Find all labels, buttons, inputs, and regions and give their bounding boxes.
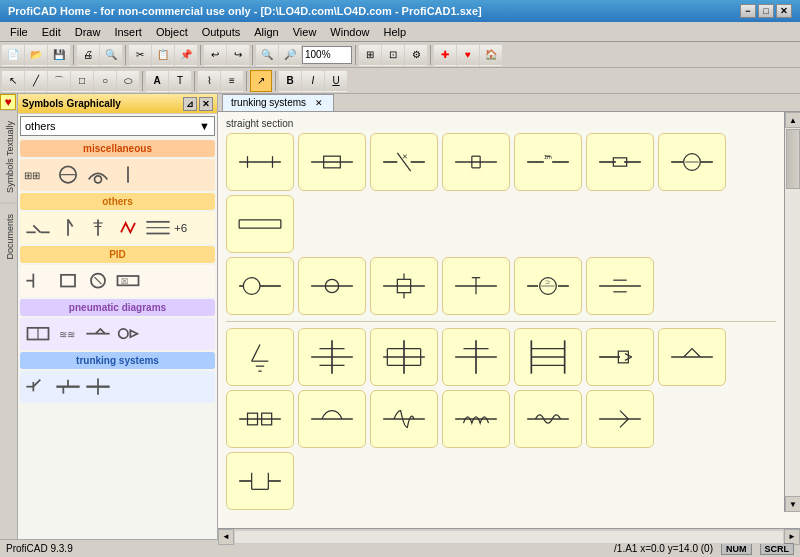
symbol-cell-4-2[interactable]	[298, 390, 366, 448]
scroll-up-button[interactable]: ▲	[785, 112, 800, 128]
symbol-cell-4-6[interactable]	[586, 390, 654, 448]
zoom-in-button[interactable]: 🔍	[256, 44, 278, 66]
pneumatic-symbol-4[interactable]	[114, 322, 142, 346]
symbol-cell-1-4[interactable]	[442, 133, 510, 191]
pid-symbol-1[interactable]	[24, 269, 52, 293]
line-button[interactable]: ╱	[25, 70, 47, 92]
pointer-button[interactable]: ↖	[2, 70, 24, 92]
menu-insert[interactable]: Insert	[108, 24, 148, 40]
circle-button[interactable]: ○	[94, 70, 116, 92]
hscroll-track[interactable]	[234, 530, 784, 544]
redo-button[interactable]: ↪	[227, 44, 249, 66]
menu-object[interactable]: Object	[150, 24, 194, 40]
grid-button[interactable]: ⊞	[359, 44, 381, 66]
menu-edit[interactable]: Edit	[36, 24, 67, 40]
symbol-cell-4-4[interactable]	[442, 390, 510, 448]
pid-symbol-2[interactable]	[54, 269, 82, 293]
red-cross-button[interactable]: ✚	[434, 44, 456, 66]
symbol-cell-3-7[interactable]	[658, 328, 726, 386]
menu-help[interactable]: Help	[377, 24, 412, 40]
menu-align[interactable]: Align	[248, 24, 284, 40]
symbol-cell-1-5[interactable]: 1m	[514, 133, 582, 191]
label-button[interactable]: T	[169, 70, 191, 92]
symbol-cell-3-1[interactable]	[226, 328, 294, 386]
others-symbol-3[interactable]	[84, 216, 112, 240]
menu-file[interactable]: File	[4, 24, 34, 40]
menu-draw[interactable]: Draw	[69, 24, 107, 40]
horizontal-scrollbar[interactable]: ◄ ►	[218, 528, 800, 544]
settings-button[interactable]: ⚙	[405, 44, 427, 66]
others-symbol-1[interactable]	[24, 216, 52, 240]
symbol-cell-1-6[interactable]	[586, 133, 654, 191]
pneumatic-symbol-2[interactable]: ≋≋	[54, 322, 82, 346]
scroll-left-button[interactable]: ◄	[218, 529, 234, 545]
symbol-cell-3-4[interactable]	[442, 328, 510, 386]
symbol-cell-1-8[interactable]	[226, 195, 294, 253]
cut-button[interactable]: ✂	[129, 44, 151, 66]
copy-button[interactable]: 📋	[152, 44, 174, 66]
save-button[interactable]: 💾	[48, 44, 70, 66]
symbol-cell-3-3[interactable]	[370, 328, 438, 386]
symbol-cell-2-3[interactable]	[370, 257, 438, 315]
maximize-button[interactable]: □	[758, 4, 774, 18]
italic-button[interactable]: I	[302, 70, 324, 92]
misc-symbol-2[interactable]	[54, 163, 82, 187]
pneumatic-symbol-1[interactable]	[24, 322, 52, 346]
others-symbol-4[interactable]	[114, 216, 142, 240]
symbol-cell-1-3[interactable]: ✕	[370, 133, 438, 191]
minimize-button[interactable]: −	[740, 4, 756, 18]
bold-button[interactable]: B	[279, 70, 301, 92]
symbol-cell-1-7[interactable]	[658, 133, 726, 191]
category-miscellaneous[interactable]: miscellaneous	[20, 140, 215, 157]
tab-close-button[interactable]: ✕	[313, 97, 325, 109]
scroll-down-button[interactable]: ▼	[785, 496, 800, 512]
symbols-textually-tab[interactable]: Symbols Textually	[0, 110, 17, 203]
trunking-symbol-2[interactable]	[54, 375, 82, 399]
category-trunking[interactable]: trunking systems	[20, 352, 215, 369]
print-preview-button[interactable]: 🔍	[100, 44, 122, 66]
zoom-input[interactable]	[302, 46, 352, 64]
snap-button[interactable]: ⊡	[382, 44, 404, 66]
symbol-cell-2-5[interactable]: ⊃	[514, 257, 582, 315]
tab-trunking[interactable]: trunking systems ✕	[222, 94, 334, 111]
open-button[interactable]: 📂	[25, 44, 47, 66]
rect-button[interactable]: □	[71, 70, 93, 92]
symbol-cell-2-2[interactable]	[298, 257, 366, 315]
paste-button[interactable]: 📌	[175, 44, 197, 66]
symbol-cell-3-2[interactable]	[298, 328, 366, 386]
pid-symbol-4[interactable]: ☒	[114, 269, 142, 293]
panel-close-button[interactable]: ✕	[199, 97, 213, 111]
symbol-cell-4-1[interactable]	[226, 390, 294, 448]
misc-symbol-4[interactable]	[114, 163, 142, 187]
symbol-cell-5-1[interactable]	[226, 452, 294, 510]
arc-button[interactable]: ⌒	[48, 70, 70, 92]
symbol-cell-2-6[interactable]	[586, 257, 654, 315]
symbol-cell-2-4[interactable]	[442, 257, 510, 315]
scroll-track[interactable]	[785, 128, 800, 496]
scroll-thumb[interactable]	[786, 129, 800, 189]
category-others[interactable]: others	[20, 193, 215, 210]
category-pneumatic[interactable]: pneumatic diagrams	[20, 299, 215, 316]
heart-side-icon[interactable]: ♥	[0, 94, 16, 110]
symbol-cell-2-1[interactable]	[226, 257, 294, 315]
others-symbol-6[interactable]: +6	[174, 216, 202, 240]
vertical-scrollbar[interactable]: ▲ ▼	[784, 112, 800, 512]
panel-pin-button[interactable]: ⊿	[183, 97, 197, 111]
zoom-out-button[interactable]: 🔎	[279, 44, 301, 66]
select-button[interactable]: ↗	[250, 70, 272, 92]
menu-view[interactable]: View	[287, 24, 323, 40]
symbol-cell-1-2[interactable]	[298, 133, 366, 191]
new-button[interactable]: 📄	[2, 44, 24, 66]
misc-symbol-1[interactable]: ⊞⊞	[24, 163, 52, 187]
symbol-cell-4-5[interactable]	[514, 390, 582, 448]
misc-symbol-3[interactable]	[84, 163, 112, 187]
print-button[interactable]: 🖨	[77, 44, 99, 66]
others-symbol-5[interactable]	[144, 216, 172, 240]
trunking-symbol-3[interactable]	[84, 375, 112, 399]
heart-button[interactable]: ♥	[457, 44, 479, 66]
menu-window[interactable]: Window	[324, 24, 375, 40]
symbol-cell-4-3[interactable]	[370, 390, 438, 448]
trunking-symbol-1[interactable]	[24, 375, 52, 399]
house-button[interactable]: 🏠	[480, 44, 502, 66]
symbol-cell-3-5[interactable]	[514, 328, 582, 386]
